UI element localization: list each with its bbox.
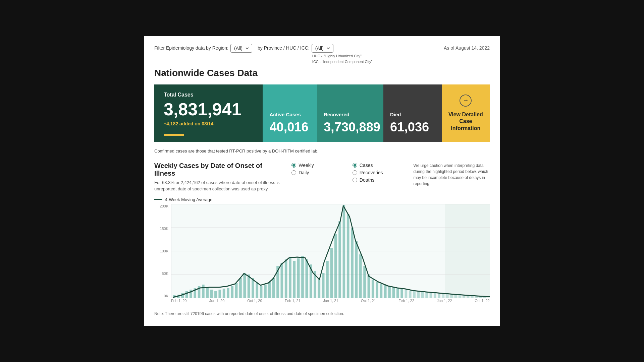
detail-label: View Detailed Case Information <box>448 111 483 132</box>
svg-rect-33 <box>285 259 287 298</box>
y-label-50k: 50K <box>162 272 168 276</box>
svg-rect-71 <box>442 294 445 298</box>
weekly-title-block: Weekly Cases by Date of Onset of Illness… <box>154 162 281 192</box>
svg-rect-66 <box>421 292 424 298</box>
filter-bar: Filter Epidemiology data by Region: (All… <box>154 43 490 64</box>
svg-rect-23 <box>243 273 246 298</box>
svg-rect-49 <box>351 228 354 298</box>
svg-rect-22 <box>239 278 242 298</box>
svg-rect-27 <box>260 286 263 298</box>
chart-legend: 4-Week Moving Average <box>154 197 490 202</box>
svg-rect-30 <box>272 278 275 298</box>
active-cases-value: 40,016 <box>269 120 310 134</box>
y-label-100k: 100K <box>160 249 168 253</box>
svg-rect-60 <box>396 288 399 298</box>
legend-label: 4-Week Moving Average <box>165 197 212 202</box>
chart-note: Note: There are still 720196 cases with … <box>154 311 490 316</box>
svg-rect-67 <box>425 292 428 298</box>
svg-rect-42 <box>322 273 325 298</box>
weekly-title: Weekly Cases by Date of Onset of Illness <box>154 162 281 177</box>
svg-rect-13 <box>202 285 205 298</box>
svg-rect-37 <box>301 256 304 298</box>
stats-row: Total Cases 3,831,941 +4,182 added on 08… <box>154 84 490 142</box>
svg-rect-29 <box>268 282 271 298</box>
svg-rect-21 <box>235 283 238 298</box>
svg-rect-58 <box>388 286 391 298</box>
province-filter-row: (All) <box>312 43 339 53</box>
svg-rect-51 <box>359 254 362 298</box>
total-cases-bar <box>164 134 184 136</box>
weekly-subtitle: For 63.3% or 2,424,162 of cases where da… <box>154 179 281 192</box>
y-label-200k: 200K <box>160 204 168 208</box>
province-filter-group: (All) HUC - "Highly Urbanized City" ICC … <box>312 43 373 64</box>
svg-rect-10 <box>190 290 192 298</box>
region-filter-label: Filter Epidemiology data by Region: <box>154 45 228 51</box>
svg-rect-56 <box>380 284 383 298</box>
daily-radio[interactable]: Daily <box>291 170 342 175</box>
x-label-jun21: Jun 1, 21 <box>323 299 338 303</box>
x-label-jun20: Jun 1, 20 <box>209 299 224 303</box>
svg-rect-55 <box>376 282 378 298</box>
chart-x-labels: Feb 1, 20 Jun 1, 20 Oct 1, 20 Feb 1, 21 … <box>171 299 490 308</box>
total-cases-value: 3,831,941 <box>164 100 253 119</box>
region-select[interactable]: (All) <box>230 44 252 53</box>
x-label-oct20: Oct 1, 20 <box>247 299 262 303</box>
main-container: Filter Epidemiology data by Region: (All… <box>144 36 500 326</box>
y-label-150k: 150K <box>160 227 168 231</box>
x-label-jun22: Jun 1, 22 <box>437 299 452 303</box>
svg-rect-76 <box>463 295 465 298</box>
recovered-label: Recovered <box>324 112 377 117</box>
svg-rect-43 <box>326 261 329 298</box>
province-filter-label: by Province / HUC / ICC: <box>258 45 310 51</box>
x-label-feb21: Feb 1, 21 <box>285 299 300 303</box>
y-label-0k: 0K <box>164 294 168 298</box>
svg-rect-68 <box>430 293 432 298</box>
svg-rect-32 <box>281 263 283 298</box>
svg-rect-75 <box>459 295 461 298</box>
cases-radio[interactable]: Cases <box>353 163 404 168</box>
svg-rect-19 <box>227 288 229 298</box>
recovered-value: 3,730,889 <box>324 120 377 134</box>
svg-rect-74 <box>454 295 457 298</box>
svg-rect-57 <box>384 285 387 298</box>
died-label: Died <box>390 112 435 117</box>
view-detail-card[interactable]: → View Detailed Case Information <box>442 84 490 142</box>
svg-rect-64 <box>413 291 416 298</box>
svg-rect-25 <box>252 278 254 298</box>
svg-rect-72 <box>446 294 449 298</box>
deaths-radio[interactable]: Deaths <box>353 177 404 183</box>
died-card: Died 61,036 <box>383 84 442 142</box>
svg-rect-70 <box>438 293 440 298</box>
recoveries-radio[interactable]: Recoveries <box>353 170 404 175</box>
date-label: As of August 14, 2022 <box>444 45 490 51</box>
page-title: Nationwide Cases Data <box>154 68 490 78</box>
caution-text: We urge caution when interpreting data d… <box>414 162 490 187</box>
svg-rect-36 <box>297 258 300 298</box>
svg-rect-14 <box>206 287 209 298</box>
svg-rect-44 <box>330 248 333 298</box>
chart-y-labels: 200K 150K 100K 50K 0K <box>154 204 170 298</box>
svg-rect-26 <box>256 283 258 298</box>
svg-rect-62 <box>405 290 408 298</box>
active-cases-label: Active Cases <box>269 112 310 117</box>
svg-rect-17 <box>218 290 221 298</box>
x-label-oct22: Oct 1, 22 <box>475 299 490 303</box>
region-filter-group: (All) <box>230 43 258 53</box>
svg-rect-63 <box>409 291 412 298</box>
total-cases-card: Total Cases 3,831,941 +4,182 added on 08… <box>154 84 263 142</box>
total-cases-label: Total Cases <box>164 92 253 98</box>
svg-rect-28 <box>264 285 267 298</box>
svg-rect-35 <box>293 261 296 298</box>
weekly-radio[interactable]: Weekly <box>291 163 342 168</box>
total-cases-added: +4,182 added on 08/14 <box>164 121 253 126</box>
svg-rect-59 <box>392 287 395 298</box>
confirmed-note: Confirmed cases are those that tested RT… <box>154 148 490 155</box>
svg-rect-61 <box>400 289 403 298</box>
legend-line-icon <box>154 199 162 200</box>
svg-rect-41 <box>318 278 321 298</box>
svg-rect-47 <box>343 205 345 298</box>
svg-rect-54 <box>372 280 374 298</box>
svg-rect-65 <box>417 291 420 298</box>
svg-rect-20 <box>231 286 233 298</box>
province-select[interactable]: (All) <box>312 44 333 53</box>
